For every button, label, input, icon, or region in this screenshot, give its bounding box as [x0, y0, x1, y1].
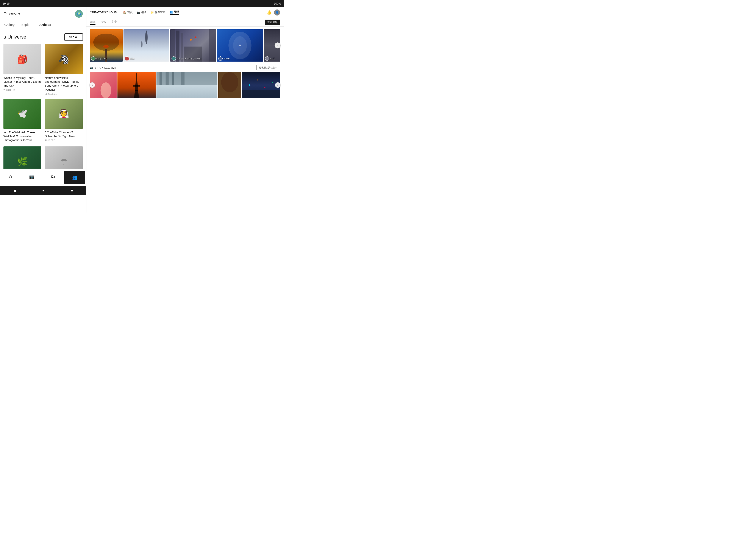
article-card-1[interactable]: 🎒 What's In My Bag: Four G Master Primes… — [3, 44, 41, 95]
svg-point-6 — [141, 41, 143, 48]
camera-nav-label: 相機 — [141, 11, 146, 14]
svg-point-1 — [93, 34, 119, 51]
cc-tab-gallery[interactable]: 圖庫 — [90, 20, 95, 25]
user-avatar[interactable]: 🌍 — [75, 10, 83, 18]
article-title-3: Into The Wild: Add These Wildlife & Cons… — [3, 131, 41, 142]
svg-rect-28 — [172, 72, 174, 85]
article-thumb-2: 🦓 — [45, 44, 83, 74]
svg-point-31 — [221, 72, 238, 92]
photo-author-3: 大宮から出られなくなった人 — [177, 57, 202, 60]
cc-tab-articles[interactable]: 文章 — [111, 20, 117, 25]
time-display: 19:15 — [3, 2, 10, 5]
camera-section: 📷 α7 IV / ILCE-7M4 檢視更多詳細資料 ‹ — [90, 65, 280, 98]
article-date-4: 2023.05.31 — [45, 139, 83, 142]
cc-nav-home[interactable]: 🏠 首頁 — [123, 11, 133, 14]
recents-button[interactable]: ■ — [71, 189, 73, 192]
camera-title: 📷 α7 IV / ILCE-7M4 — [90, 66, 116, 69]
back-button[interactable]: ◀ — [13, 189, 16, 193]
cc-tabs: 圖庫 探索 文章 — [90, 20, 117, 25]
tab-articles[interactable]: Articles — [39, 21, 52, 29]
cc-nav-storage[interactable]: 📁 儲存空間 — [150, 11, 165, 14]
see-all-button[interactable]: See all — [65, 33, 83, 41]
svg-rect-29 — [181, 72, 184, 85]
photo-item-1[interactable]: Lizzy Gadd — [90, 29, 122, 62]
home-nav-label: 首頁 — [127, 11, 133, 14]
people-icon: 👥 — [72, 175, 78, 180]
cc-header: CREATORS'CLOUD 🏠 首頁 📷 相機 📁 儲存空間 👥 發現 🔔 — [86, 7, 284, 18]
photo-item-4[interactable]: Stevint — [217, 29, 263, 62]
tab-explore[interactable]: Explore — [21, 21, 33, 29]
cam-photo-4[interactable] — [218, 72, 241, 98]
nav-items: ⌂ 📷 🗂 👥 — [0, 170, 86, 185]
photo-label-2: Mike — [125, 56, 134, 61]
article-thumb-1: 🎒 — [3, 44, 41, 74]
folder-icon: 🗂 — [51, 174, 55, 179]
svg-rect-37 — [242, 90, 280, 98]
notification-icon[interactable]: 🔔 — [267, 10, 272, 15]
storage-nav-label: 儲存空間 — [155, 11, 165, 14]
left-panel: Discover 🌍 Gallery Explore Articles α Un… — [0, 7, 86, 195]
svg-rect-26 — [159, 72, 162, 85]
section-header: α Universe See all — [3, 29, 83, 44]
discover-nav-label: 發現 — [174, 10, 179, 14]
cc-logo: CREATORS'CLOUD — [90, 11, 117, 14]
article-card-3[interactable]: 🕊️ Into The Wild: Add These Wildlife & C… — [3, 99, 41, 143]
svg-point-33 — [249, 84, 251, 86]
right-panel: CREATORS'CLOUD 🏠 首頁 📷 相機 📁 儲存空間 👥 發現 🔔 — [86, 7, 284, 213]
battery-display: 100% — [274, 2, 281, 5]
section-title: α Universe — [3, 34, 26, 40]
nav-home[interactable]: ⌂ — [0, 170, 21, 183]
home-nav-icon: 🏠 — [123, 11, 126, 14]
svg-point-35 — [264, 87, 265, 88]
svg-point-5 — [145, 31, 148, 44]
photo-item-2[interactable]: Mike — [123, 29, 169, 62]
nav-folder[interactable]: 🗂 — [42, 170, 63, 183]
article-date-1: 2023.05.31 — [3, 89, 41, 91]
photo-label-5: AUX — [265, 56, 275, 61]
article-thumb-4: 👰 — [45, 99, 83, 129]
cam-photo-3[interactable] — [156, 72, 217, 98]
home-button[interactable]: ● — [42, 189, 44, 192]
photo-avatar-1 — [91, 56, 95, 61]
camera-photos: ‹ — [90, 72, 280, 98]
cc-nav-discover[interactable]: 👥 發現 — [170, 10, 179, 15]
tab-gallery[interactable]: Gallery — [3, 21, 15, 29]
article-card-2[interactable]: 🦓 Nature and wildlife photographer David… — [45, 44, 83, 95]
article-card-4[interactable]: 👰 5 YouTube Channels To Subscribe To Rig… — [45, 99, 83, 143]
photo-author-1: Lizzy Gadd — [96, 58, 107, 60]
profile-icon: 👤 — [275, 11, 279, 14]
article-title-4: 5 YouTube Channels To Subscribe To Right… — [45, 131, 83, 138]
photo-avatar-4 — [218, 56, 223, 61]
nav-camera[interactable]: 📷 — [21, 170, 42, 183]
camera-icon: 📷 — [29, 174, 35, 179]
cam-photo-2[interactable] — [118, 72, 156, 98]
photo-grid-row: Lizzy Gadd Mike — [90, 29, 280, 62]
app-header: Discover 🌍 — [0, 7, 86, 21]
camera-next-arrow[interactable]: › — [275, 82, 281, 88]
cc-tabs-row: 圖庫 探索 文章 建立 專案 — [86, 18, 284, 27]
photo-avatar-3 — [172, 56, 176, 61]
home-icon: ⌂ — [9, 174, 12, 179]
photo-label-3: 大宮から出られなくなった人 — [172, 56, 202, 61]
cc-tab-explore[interactable]: 探索 — [101, 20, 106, 25]
app-title: Discover — [3, 12, 20, 16]
camera-nav-icon: 📷 — [137, 11, 140, 14]
storage-nav-icon: 📁 — [150, 11, 154, 14]
view-more-button[interactable]: 檢視更多詳細資料 — [256, 65, 280, 70]
photo-item-3[interactable]: 大宮から出られなくなった人 — [170, 29, 216, 62]
photo-avatar-5 — [265, 56, 269, 61]
user-profile-icon[interactable]: 👤 — [274, 10, 280, 15]
cc-content: Lizzy Gadd Mike — [86, 27, 284, 213]
cc-nav-camera[interactable]: 📷 相機 — [137, 11, 146, 14]
article-date-2: 2023.05.31 — [45, 92, 83, 95]
article-title-1: What's In My Bag: Four G Master Primes C… — [3, 76, 41, 88]
camera-model-label: α7 IV / ILCE-7M4 — [94, 66, 116, 69]
tabs-bar: Gallery Explore Articles — [0, 21, 86, 29]
nav-people[interactable]: 👥 — [64, 171, 85, 184]
cam-photo-5[interactable] — [242, 72, 280, 98]
photo-label-1: Lizzy Gadd — [91, 56, 107, 61]
photo-next-arrow[interactable]: › — [275, 42, 281, 48]
camera-prev-arrow[interactable]: ‹ — [90, 82, 95, 88]
photo-author-5: AUX — [270, 58, 275, 60]
create-project-button[interactable]: 建立 專案 — [265, 20, 280, 25]
